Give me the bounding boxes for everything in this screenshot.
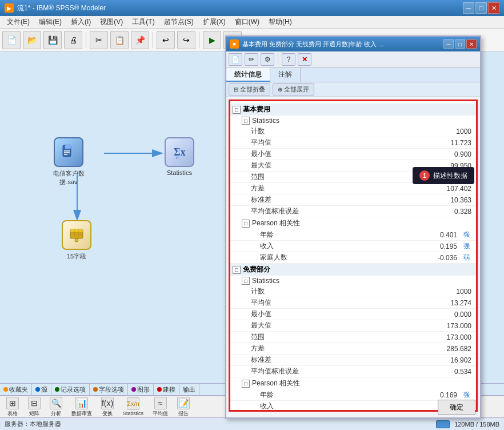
section-jibenfei-label: 基本费用 — [243, 105, 270, 114]
jibenfei-expand[interactable]: □ — [233, 106, 241, 114]
sub-section-pearson1[interactable]: □ Pearson 相关性 — [230, 217, 476, 229]
record-dot — [55, 387, 59, 392]
main-maximize-btn[interactable]: □ — [475, 2, 487, 14]
tool-statistics[interactable]: Σx/n Statistics — [119, 396, 147, 418]
node-fields-icon[interactable] — [62, 220, 91, 250]
palette-tab-model[interactable]: 建模 — [154, 384, 179, 395]
pearson2-expand[interactable]: □ — [242, 380, 250, 388]
menu-tools[interactable]: 工具(T) — [127, 16, 159, 28]
menu-supernode[interactable]: 超节点(S) — [159, 16, 198, 28]
data-panel[interactable]: □ 基本费用 □ Statistics 计数 1000 平均值 11.723 — [229, 99, 478, 412]
sub-section-stats1[interactable]: □ Statistics — [230, 116, 476, 126]
memory-label: 120MB / 158MB — [454, 421, 499, 428]
palette-tab-source[interactable]: 源 — [32, 384, 51, 395]
main-close-btn[interactable]: ✕ — [488, 2, 499, 14]
stats2-label: Statistics — [252, 277, 279, 285]
row-mean2: 平均值 13.274 — [230, 297, 476, 309]
section-jibenfei-header[interactable]: □ 基本费用 — [230, 103, 476, 116]
expand-all-btn[interactable]: ⊕ 全部展开 — [273, 83, 314, 95]
menu-insert[interactable]: 插入(I) — [66, 16, 95, 28]
pearson1-expand[interactable]: □ — [242, 220, 250, 228]
row-std1: 标准差 10.363 — [230, 194, 476, 206]
tool-audit[interactable]: 📊 数据审查 — [67, 395, 96, 419]
main-minimize-btn[interactable]: ─ — [463, 2, 474, 14]
node-statistics-icon[interactable]: Σx n — [165, 137, 194, 167]
report-icon: 📝 — [177, 397, 190, 409]
tab-annotation[interactable]: 注解 — [270, 67, 301, 82]
collapse-icon: ⊟ — [234, 86, 238, 93]
sub-title-left: ■ 基本费用 免费部分 无线费用 开通月数]年龄 收入 ... — [230, 39, 384, 49]
sub-window: ■ 基本费用 免费部分 无线费用 开通月数]年龄 收入 ... ─ □ ✕ 📄 … — [225, 35, 481, 419]
table-icon: ⊞ — [6, 397, 19, 409]
node-fields[interactable]: 15字段 — [62, 220, 91, 261]
toolbar-open[interactable]: 📂 — [23, 31, 41, 49]
node-datasav-icon[interactable] — [54, 137, 83, 167]
sub-section-pearson2[interactable]: □ Pearson 相关性 — [230, 377, 476, 389]
status-indicator[interactable] — [436, 420, 450, 428]
sub-tool-edit[interactable]: ✏ — [245, 53, 258, 66]
pearson2-row1: 年龄 0.169 强 — [230, 389, 476, 401]
svg-text:n: n — [176, 154, 179, 160]
statistics-icon: Σx/n — [127, 397, 139, 410]
palette-tab-favorites[interactable]: 收藏夹 — [0, 384, 32, 395]
main-title-bar: ▶ 流1* - IBM® SPSS® Modeler ─ □ ✕ — [0, 0, 504, 16]
toolbar-save[interactable]: 💾 — [43, 31, 62, 49]
menu-bar: 文件(E) 编辑(E) 插入(I) 视图(V) 工具(T) 超节点(S) 扩展(… — [0, 16, 504, 29]
tool-mean[interactable]: ≈ 平均值 — [149, 395, 172, 419]
sub-tool-generate[interactable]: ⚙ — [261, 53, 274, 66]
toolbar-copy[interactable]: 📋 — [110, 31, 129, 49]
toolbar-paste[interactable]: 📌 — [131, 31, 149, 49]
mean-icon: ≈ — [154, 397, 167, 409]
palette-tab-graph[interactable]: 图形 — [128, 384, 154, 395]
tab-statistics[interactable]: 统计信息 — [226, 67, 270, 82]
sub-title-bar: ■ 基本费用 免费部分 无线费用 开通月数]年龄 收入 ... ─ □ ✕ — [226, 37, 480, 51]
toolbar-sep1 — [86, 32, 86, 48]
tool-table[interactable]: ⊞ 表格 — [2, 395, 23, 419]
sub-tabs: 统计信息 注解 — [226, 67, 480, 82]
sub-close-btn[interactable]: ✕ — [466, 39, 477, 49]
canvas-arrows — [0, 51, 229, 280]
stats1-expand[interactable]: □ — [242, 117, 250, 125]
stats2-expand[interactable]: □ — [242, 277, 250, 285]
matrix-icon: ⊟ — [28, 397, 41, 409]
menu-file[interactable]: 文件(E) — [2, 16, 34, 28]
sub-section-stats2[interactable]: □ Statistics — [230, 276, 476, 286]
node-statistics[interactable]: Σx n Statistics — [165, 137, 194, 176]
node-datasav-label: 电信客户数据.sav — [46, 169, 91, 186]
sub-tool-help[interactable]: ? — [282, 53, 295, 66]
tool-analysis[interactable]: 🔍 分析 — [46, 395, 66, 419]
toolbar-new[interactable]: 📄 — [2, 31, 21, 49]
node-datasav[interactable]: 电信客户数据.sav — [46, 137, 91, 186]
menu-window[interactable]: 窗口(W) — [230, 16, 264, 28]
palette-tab-field[interactable]: 字段选项 — [90, 384, 128, 395]
row-count1: 计数 1000 — [230, 126, 476, 137]
sub-maximize-btn[interactable]: □ — [455, 39, 465, 49]
sub-tool-file[interactable]: 📄 — [229, 53, 242, 66]
sub-minimize-btn[interactable]: ─ — [443, 39, 454, 49]
collapse-all-btn[interactable]: ⊟ 全部折叠 — [229, 83, 270, 95]
status-bar: 服务器：本地服务器 120MB / 158MB — [0, 417, 504, 430]
menu-help[interactable]: 帮助(H) — [264, 16, 297, 28]
sub-title-text: 基本费用 免费部分 无线费用 开通月数]年龄 收入 ... — [242, 40, 384, 49]
menu-view[interactable]: 视图(V) — [95, 16, 127, 28]
palette-tab-output[interactable]: 输出 — [179, 384, 199, 395]
sub-tool-close[interactable]: ✕ — [298, 53, 311, 66]
ok-button[interactable]: 确定 — [438, 400, 475, 415]
tool-report[interactable]: 📝 报告 — [173, 395, 194, 419]
row-min2: 最小值 0.000 — [230, 309, 476, 320]
menu-edit[interactable]: 编辑(E) — [34, 16, 66, 28]
pearson1-label: Pearson 相关性 — [252, 218, 300, 228]
svg-point-16 — [75, 238, 78, 242]
toolbar-cut[interactable]: ✂ — [90, 31, 108, 49]
toolbar-sep3 — [199, 32, 199, 48]
toolbar-redo[interactable]: ↪ — [177, 31, 195, 49]
tool-transform[interactable]: f(x) 变换 — [97, 395, 118, 419]
menu-extend[interactable]: 扩展(X) — [198, 16, 230, 28]
tool-matrix[interactable]: ⊟ 矩阵 — [24, 395, 45, 419]
toolbar-undo[interactable]: ↩ — [157, 31, 175, 49]
toolbar-print[interactable]: 🖨 — [64, 31, 82, 49]
palette-tab-record[interactable]: 记录选项 — [51, 384, 90, 395]
toolbar-run[interactable]: ▶ — [203, 31, 221, 49]
mianfei-expand[interactable]: □ — [233, 266, 241, 274]
section-mianfei-header[interactable]: □ 免费部分 — [230, 264, 476, 276]
